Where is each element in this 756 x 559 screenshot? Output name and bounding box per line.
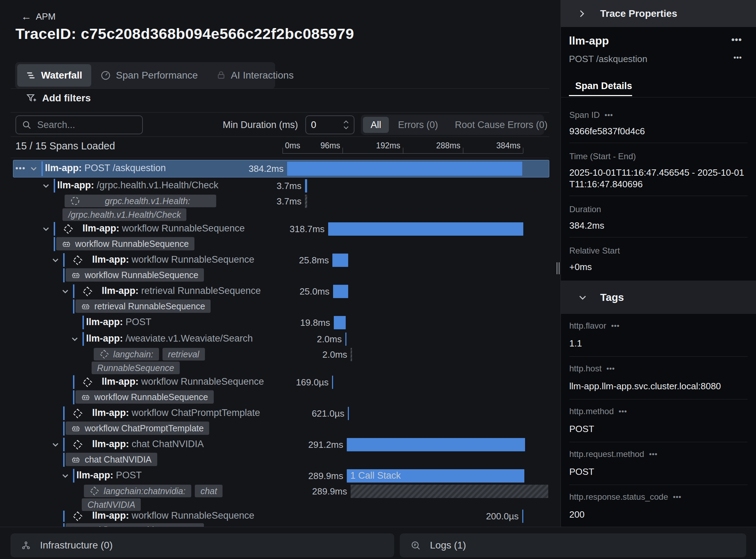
span-bar[interactable]	[348, 407, 349, 420]
span-row[interactable]: llm-app: workflow RunnableSequence318.7m…	[0, 221, 549, 237]
segment-all[interactable]: All	[363, 117, 389, 133]
indent-line	[63, 511, 65, 522]
diamond-span-icon	[82, 377, 93, 388]
span-bar[interactable]	[522, 510, 523, 523]
span-tag-row[interactable]: workflow RunnableSequence	[0, 390, 549, 405]
chevron-down-icon[interactable]	[61, 472, 69, 480]
span-row[interactable]: llm-app: workflow ChatPromptTemplate621.…	[0, 405, 549, 422]
search-input[interactable]: Search...	[15, 115, 143, 134]
add-filters-label: Add filters	[42, 93, 91, 104]
span-duration: 25.8ms	[252, 255, 329, 266]
span-tag-row[interactable]: workflow RunnableSequence	[0, 237, 549, 252]
property-menu-icon[interactable]: •••	[673, 493, 682, 501]
property-label: http.response.status_code•••	[569, 492, 748, 502]
span-duration: 3.7ms	[224, 181, 301, 191]
panel-resize-handle[interactable]	[557, 262, 559, 274]
span-row[interactable]: llm-app: POST289.9ms1 Call Stack	[0, 467, 549, 484]
span-tag-row[interactable]: workflow RunnableSequence	[0, 268, 549, 283]
indent-line	[63, 422, 65, 436]
chevron-down-icon[interactable]	[51, 440, 60, 449]
add-filters-button[interactable]: Add filters	[26, 93, 91, 104]
span-row[interactable]: llm-app: workflow RunnableSequence200.0µ…	[0, 509, 549, 523]
collapse-panel-icon[interactable]	[577, 9, 586, 18]
min-duration-input[interactable]: 0	[305, 115, 354, 134]
stepper[interactable]	[343, 120, 349, 129]
segment-root-cause-errors-0-[interactable]: Root Cause Errors (0)	[447, 117, 555, 133]
property-menu-icon[interactable]: •••	[619, 408, 627, 416]
logs-button[interactable]: Logs (1)	[400, 533, 746, 557]
property-label: Span ID•••	[569, 110, 748, 120]
stepper-down-icon	[343, 126, 349, 129]
gauge-icon	[100, 70, 111, 81]
span-row[interactable]: llm-app: workflow RunnableSequence169.0µ…	[0, 374, 549, 390]
tags-section-header[interactable]: Tags	[561, 281, 756, 314]
linked-span-bar[interactable]	[351, 485, 548, 498]
chevron-down-icon[interactable]	[42, 182, 50, 190]
property-menu-icon[interactable]: •••	[606, 365, 615, 373]
search-placeholder: Search...	[37, 120, 75, 130]
robot-icon	[71, 270, 80, 280]
span-kind-tag: chat ChatNVIDIA	[66, 453, 157, 466]
span-bar[interactable]	[332, 254, 348, 267]
span-row[interactable]: llm-app: workflow RunnableSequence25.8ms	[0, 252, 549, 268]
span-tag-row[interactable]: workflow ChatPromptTemplate	[0, 422, 549, 436]
span-bar[interactable]	[287, 162, 522, 176]
axis-tick-label: 96ms	[320, 141, 340, 150]
linked-span-chip: grpc.health.v1.Health:	[65, 195, 216, 207]
span-name: llm-app: chat ChatNVIDIA	[92, 439, 204, 450]
span-tag-row[interactable]: retrieval RunnableSequence	[0, 299, 549, 314]
span-kind-tag: workflow RunnableSequence	[66, 268, 204, 282]
page-title: TraceID: c75c208d368b094e566c22f2bc08597…	[15, 25, 354, 42]
span-bar[interactable]	[334, 316, 346, 329]
row-menu-icon[interactable]: •••	[15, 164, 26, 173]
span-row[interactable]: llm-app: /grpc.health.v1.Health/Check3.7…	[0, 177, 549, 194]
property-menu-icon[interactable]: •••	[605, 111, 613, 119]
linked-span-row[interactable]: langchain:chatnvidia:chatChatNVIDIA289.9…	[0, 484, 549, 509]
span-tag-row[interactable]: chat ChatNVIDIA	[0, 453, 549, 467]
tab-span-details[interactable]: Span Details	[575, 81, 632, 92]
span-row[interactable]: llm-app: chat ChatNVIDIA291.2ms	[0, 436, 549, 453]
chevron-down-icon[interactable]	[71, 335, 79, 343]
linked-span-chip: /grpc.health.v1.Health/Check	[62, 208, 186, 221]
property-menu-icon[interactable]: •••	[611, 322, 619, 330]
chevron-down-icon[interactable]	[42, 225, 50, 233]
linked-span-row[interactable]: grpc.health.v1.Health:/grpc.health.v1.He…	[0, 194, 549, 221]
apm-trace-page: ← APM TraceID: c75c208d368b094e566c22f2b…	[0, 0, 756, 559]
tab-span-performance[interactable]: Span Performance	[91, 64, 207, 87]
linked-span-row[interactable]: langchain:retrievalRunnableSequence2.0ms	[0, 347, 549, 374]
service-menu-icon[interactable]: •••	[731, 34, 742, 45]
property-menu-icon[interactable]: •••	[649, 450, 657, 458]
span-name: llm-app: workflow RunnableSequence	[82, 223, 245, 234]
indent-line	[73, 375, 74, 389]
waterfall-icon	[26, 70, 36, 80]
span-row[interactable]: llm-app: /weaviate.v1.Weaviate/Search2.0…	[0, 331, 549, 347]
chevron-down-icon[interactable]	[29, 164, 38, 173]
linked-span-bar[interactable]	[305, 195, 307, 208]
span-bar[interactable]	[347, 438, 525, 451]
back-link[interactable]: ← APM	[21, 11, 55, 22]
divider	[11, 136, 549, 137]
span-duration: 318.7ms	[247, 224, 325, 235]
span-row[interactable]: llm-app: POST19.8ms	[0, 314, 549, 331]
span-bar[interactable]: 1 Call Stack	[347, 469, 524, 483]
indent-line	[54, 179, 55, 193]
span-bar[interactable]	[345, 332, 346, 346]
segment-errors-0-[interactable]: Errors (0)	[390, 117, 446, 133]
linked-span-bar[interactable]	[351, 348, 352, 361]
view-tabs: WaterfallSpan PerformanceAI Interactions	[15, 62, 275, 89]
tags-fields: http.flavor•••1.1http.host•••llm-app.llm…	[569, 314, 748, 527]
chevron-down-icon[interactable]	[61, 287, 69, 296]
span-row[interactable]: llm-app: retrieval RunnableSequence25.0m…	[0, 283, 549, 299]
infrastructure-button[interactable]: Infrastructure (0)	[11, 533, 394, 557]
span-tag-row[interactable]: workflow RunnableSequence	[0, 523, 549, 527]
span-bar[interactable]	[305, 179, 307, 193]
span-bar[interactable]	[332, 376, 333, 389]
tab-ai-interactions[interactable]: AI Interactions	[207, 64, 303, 87]
span-bar[interactable]	[333, 285, 349, 298]
span-bar[interactable]	[328, 222, 523, 236]
ai-interactions-icon	[216, 70, 226, 80]
resource-menu-icon[interactable]: •••	[734, 54, 742, 62]
span-row[interactable]: •••llm-app: POST /askquestion384.2ms	[0, 160, 549, 177]
chevron-down-icon[interactable]	[51, 256, 60, 264]
tab-waterfall[interactable]: Waterfall	[17, 64, 91, 87]
